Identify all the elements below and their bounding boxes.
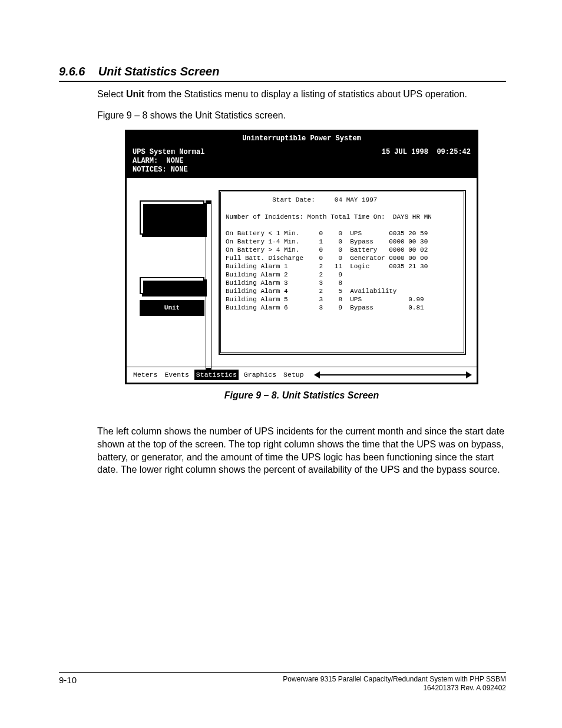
footer-line-2: 164201373 Rev. A 092402 — [283, 684, 506, 693]
nav-battery-label: Battery Minutes 48.5 — [140, 200, 204, 234]
intro-paragraph-1: Select Unit from the Statistics menu to … — [97, 88, 506, 101]
footer-line-1: Powerware 9315 Parallel Capacity/Redunda… — [283, 675, 506, 684]
menu-arrow-icon — [314, 371, 472, 378]
section-title: Unit Statistics Screen — [98, 65, 220, 78]
menu-bar: Meters Events Statistics Graphics Setup — [127, 367, 477, 383]
status-left: UPS System Normal ALARM: NONE NOTICES: N… — [133, 148, 204, 174]
stats-content: Start Date: 04 MAY 1997 Number of Incide… — [226, 196, 459, 349]
footer-page-number: 9-10 — [59, 675, 77, 693]
nav-statistics-label: Statistics — [140, 277, 204, 295]
menu-setup[interactable]: Setup — [282, 370, 306, 380]
nav-unit-selected[interactable]: Unit — [140, 300, 204, 316]
section-heading: 9.6.6 Unit Statistics Screen — [59, 65, 506, 78]
screen-title-bar: Uninterruptible Power System — [127, 131, 477, 146]
menu-meters[interactable]: Meters — [131, 370, 159, 380]
menu-statistics[interactable]: Statistics — [194, 370, 239, 380]
outro-paragraph: The left column shows the number of UPS … — [97, 425, 506, 476]
status-datetime: 15 JUL 1998 09:25:42 — [382, 148, 471, 174]
menu-graphics[interactable]: Graphics — [242, 370, 278, 380]
menu-events[interactable]: Events — [163, 370, 190, 380]
section-rule — [59, 81, 506, 82]
nav-battery-box[interactable]: Battery Minutes 48.5 — [140, 200, 204, 234]
figure-caption: Figure 9 – 8. Unit Statistics Screen — [125, 389, 478, 402]
intro-paragraph-2: Figure 9 – 8 shows the Unit Statistics s… — [97, 109, 506, 122]
stats-panel: Start Date: 04 MAY 1997 Number of Incide… — [219, 190, 466, 355]
page-footer: 9-10 Powerware 9315 Parallel Capacity/Re… — [59, 672, 506, 693]
ups-screen: Uninterruptible Power System UPS System … — [125, 130, 478, 384]
section-number: 9.6.6 — [59, 65, 85, 78]
nav-statistics-box[interactable]: Statistics — [140, 277, 204, 295]
screen-status-bar: UPS System Normal ALARM: NONE NOTICES: N… — [127, 146, 477, 178]
